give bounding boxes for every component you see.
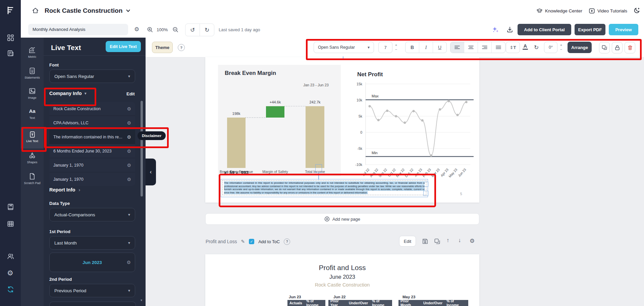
- gear-icon[interactable]: ⚙: [127, 106, 131, 112]
- home-icon[interactable]: [32, 7, 39, 14]
- library-book-icon[interactable]: [7, 203, 14, 211]
- pencil-icon[interactable]: ✎: [241, 239, 245, 244]
- list-item-disclaimer[interactable]: The information contained in this re...⚙: [49, 130, 135, 144]
- report-info-section[interactable]: Report Info ›: [49, 187, 80, 192]
- move-down-icon[interactable]: ↓: [458, 237, 461, 244]
- minus-icon[interactable]: −: [394, 48, 398, 51]
- rotation-stepper[interactable]: + −: [559, 42, 564, 53]
- tables-icon[interactable]: [7, 220, 14, 227]
- list-item-label: January 1, 1970: [53, 163, 84, 168]
- gear-icon[interactable]: ⚙: [127, 120, 131, 126]
- svg-text:Min: Min: [372, 151, 378, 155]
- users-icon[interactable]: [7, 253, 14, 260]
- report-settings-gear-icon[interactable]: ⚙: [134, 27, 139, 32]
- line-height-button[interactable]: ⇕T: [506, 42, 520, 53]
- data-type-select[interactable]: Actual-Comparisons ▾: [49, 208, 135, 221]
- move-up-icon[interactable]: ↑: [446, 237, 449, 244]
- align-justify-button[interactable]: [492, 42, 505, 53]
- align-right-button[interactable]: [478, 42, 492, 53]
- rotation-input[interactable]: 0°: [544, 42, 557, 53]
- knowledge-center-link[interactable]: Knowledge Center: [536, 0, 582, 21]
- add-to-client-portal-button[interactable]: Add to Client Portal: [518, 24, 571, 35]
- dark-mode-moon-icon[interactable]: [633, 7, 641, 14]
- help-icon[interactable]: ?: [284, 238, 290, 245]
- scroll-down-indicator[interactable]: ▾: [141, 298, 142, 302]
- net-profit-chart[interactable]: Net Profit15k10k5k0-5k-10kMaxMinJul 22Au…: [349, 65, 483, 179]
- chevron-down-icon: ▾: [128, 241, 130, 245]
- rotate-icon[interactable]: ↻: [534, 44, 539, 51]
- minus-icon[interactable]: −: [559, 48, 564, 51]
- gear-icon[interactable]: ⚙: [127, 148, 131, 154]
- panel-collapse-tab[interactable]: ‹: [146, 159, 156, 185]
- add-new-page-button[interactable]: Add new page: [205, 213, 479, 225]
- report-name-input[interactable]: Monthly Advanced Analysis: [28, 24, 128, 35]
- gear-icon[interactable]: ⚙: [126, 260, 131, 265]
- sync-icon[interactable]: [7, 286, 14, 293]
- list-item[interactable]: January 1, 1970⚙: [49, 172, 135, 186]
- theme-button[interactable]: Theme: [152, 42, 173, 53]
- plus-icon[interactable]: +: [559, 44, 564, 47]
- sidebar-item-shapes[interactable]: Shapes: [21, 152, 44, 164]
- sidebar-item-image[interactable]: Image: [21, 87, 44, 99]
- section-edit-button[interactable]: Edit: [399, 236, 416, 247]
- export-pdf-button[interactable]: Export PDF: [575, 24, 605, 35]
- bold-button[interactable]: B: [406, 42, 419, 53]
- company-info-dropdown[interactable]: Company Info ▾: [49, 91, 87, 96]
- text-font-select[interactable]: Open Sans Regular ▾: [314, 42, 374, 53]
- period-chip-box[interactable]: Jun 2023 ⚙: [49, 253, 135, 272]
- preview-button[interactable]: Preview: [609, 24, 638, 35]
- ai-sparkles-icon[interactable]: [492, 26, 499, 33]
- list-item[interactable]: Rock Castle Construction⚙: [49, 102, 135, 116]
- svg-text:+44.6k: +44.6k: [270, 100, 281, 104]
- underline-button[interactable]: U: [433, 42, 446, 53]
- settings-gear-icon[interactable]: ⚙: [7, 269, 13, 277]
- help-icon[interactable]: ?: [178, 44, 185, 51]
- plus-icon[interactable]: +: [394, 44, 398, 47]
- font-color-button[interactable]: A: [523, 43, 528, 50]
- panel-scrollbar[interactable]: [141, 101, 143, 196]
- zoom-out-icon[interactable]: [172, 27, 178, 33]
- delete-button[interactable]: [625, 42, 635, 53]
- list-item[interactable]: 6 Months Ended June 30, 2023⚙: [49, 144, 135, 158]
- second-period-select[interactable]: Previous Period ▾: [49, 284, 135, 297]
- sidebar-item-statements[interactable]: Statements: [21, 67, 44, 79]
- gear-icon[interactable]: ⚙: [127, 163, 131, 168]
- live-text-list: Rock Castle Construction⚙ CPA Advisors, …: [49, 102, 135, 186]
- list-item[interactable]: CPA Advisors, LLC⚙: [49, 116, 135, 130]
- save-icon[interactable]: [422, 238, 428, 245]
- zoom-in-icon[interactable]: [147, 27, 153, 33]
- sidebar-item-live-text[interactable]: Live Text: [21, 127, 44, 148]
- gear-icon[interactable]: ⚙: [127, 177, 131, 182]
- reports-icon[interactable]: [7, 50, 14, 57]
- video-tutorials-link[interactable]: Video Tutorials: [589, 0, 627, 21]
- list-item[interactable]: January 1, 1970⚙: [49, 158, 135, 172]
- italic-button[interactable]: I: [419, 42, 433, 53]
- edit-live-text-button[interactable]: Edit Live Text: [106, 41, 141, 52]
- company-switcher[interactable]: Rock Castle Construction: [45, 0, 130, 21]
- app-logo-icon[interactable]: [6, 5, 15, 15]
- sidebar-item-text[interactable]: Aa Text: [21, 107, 44, 120]
- font-size-stepper[interactable]: + −: [394, 42, 398, 53]
- align-left-button[interactable]: [450, 42, 464, 53]
- redo-button[interactable]: ↻: [200, 24, 214, 36]
- arrange-button[interactable]: Arrange: [568, 42, 592, 53]
- text-aa-icon: Aa: [21, 107, 44, 115]
- first-period-select[interactable]: Last Month ▾: [49, 236, 135, 250]
- font-select[interactable]: Open Sans Regular ▾: [49, 70, 135, 83]
- download-icon[interactable]: [506, 26, 514, 33]
- duplicate-page-icon[interactable]: [434, 238, 440, 245]
- sidebar-item-metric[interactable]: Metric: [21, 46, 44, 58]
- disclaimer-text-block[interactable]: The information contained in this report…: [222, 180, 426, 195]
- company-info-edit-link[interactable]: Edit: [126, 91, 135, 96]
- page-settings-gear-icon[interactable]: ⚙: [470, 237, 475, 245]
- lock-button[interactable]: [612, 42, 623, 53]
- font-size-input[interactable]: 7: [378, 42, 392, 53]
- sidebar-item-scratch-pad[interactable]: Scratch Pad: [21, 173, 44, 185]
- dashboards-icon[interactable]: [7, 34, 14, 41]
- add-to-toc-checkbox[interactable]: ✓: [249, 239, 254, 244]
- break-even-margin-chart[interactable]: Break Even MarginJan 23 - Jun 23198kBrea…: [218, 65, 341, 176]
- duplicate-layer-button[interactable]: [599, 42, 610, 53]
- align-center-button[interactable]: [464, 42, 478, 53]
- undo-button[interactable]: ↺: [185, 24, 200, 36]
- gear-icon[interactable]: ⚙: [127, 134, 131, 140]
